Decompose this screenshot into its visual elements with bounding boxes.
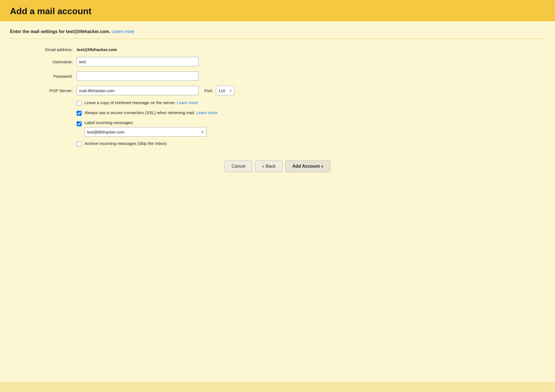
title-bar: Add a mail account [0,0,555,21]
page-title: Add a mail account [10,6,545,16]
leave-copy-learn-more-link[interactable]: Learn more [177,100,198,105]
email-label: Email address: [21,47,77,52]
pop-server-input[interactable] [77,86,199,95]
leave-copy-row: Leave a copy of retrieved message on the… [21,100,545,106]
archive-row: Archive incoming messages (Skip the Inbo… [21,141,545,147]
subtitle-learn-more-link[interactable]: Learn more [112,29,134,34]
pop-server-label: POP Server: [21,88,77,93]
label-select-wrapper: test@lifehacker.com [84,127,207,137]
label-incoming-top: Label incoming messages: [84,120,207,125]
label-select[interactable]: test@lifehacker.com [84,127,207,137]
port-select-wrapper: 110 995 [216,86,234,95]
label-incoming-section: Label incoming messages: test@lifehacker… [21,120,545,137]
add-account-button[interactable]: Add Account » [285,160,330,172]
password-label: Password: [21,74,77,79]
email-row: Email address: test@lifehacker.com [21,47,545,52]
page-wrapper: Add a mail account Enter the mail settin… [0,0,555,392]
content-area: Enter the mail settings for test@lifehac… [0,21,555,382]
pop-server-row: POP Server: Port: 110 995 [21,86,545,95]
password-row: Password: [21,71,545,81]
ssl-checkbox[interactable] [77,111,82,116]
leave-copy-checkbox[interactable] [77,101,82,106]
label-incoming-inner: Label incoming messages: test@lifehacker… [84,120,207,137]
ssl-learn-more-link[interactable]: Learn more [196,110,218,115]
back-button[interactable]: « Back [255,160,283,172]
port-label: Port: [204,88,213,93]
subtitle-row: Enter the mail settings for test@lifehac… [10,29,545,34]
cancel-button[interactable]: Cancel [225,160,252,172]
archive-checkbox[interactable] [77,142,82,147]
subtitle-text: Enter the mail settings for test@lifehac… [10,29,110,34]
ssl-label: Always use a secure connection (SSL) whe… [84,110,217,115]
port-select[interactable]: 110 995 [216,86,234,95]
divider [10,39,545,39]
email-value: test@lifehacker.com [77,47,117,52]
buttons-row: Cancel « Back Add Account » [10,160,545,172]
label-incoming-label: Label incoming messages: [84,120,134,125]
username-label: Username: [21,59,77,64]
label-incoming-checkbox[interactable] [77,121,82,126]
username-input[interactable] [77,57,199,66]
form-section: Email address: test@lifehacker.com Usern… [10,47,545,147]
username-row: Username: [21,57,545,66]
password-input[interactable] [77,71,199,81]
ssl-row: Always use a secure connection (SSL) whe… [21,110,545,116]
leave-copy-label: Leave a copy of retrieved message on the… [84,100,198,105]
archive-label: Archive incoming messages (Skip the Inbo… [84,141,167,146]
